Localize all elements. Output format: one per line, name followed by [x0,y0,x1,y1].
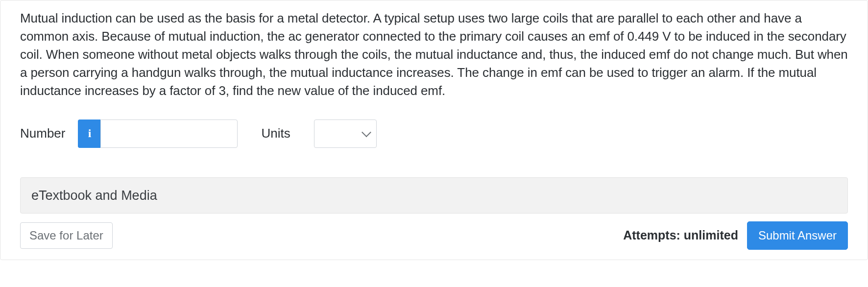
etextbook-panel[interactable]: eTextbook and Media [20,177,848,214]
number-input[interactable] [100,120,238,148]
save-for-later-button[interactable]: Save for Later [20,222,113,249]
footer-row: Save for Later Attempts: unlimited Submi… [20,221,848,250]
units-label: Units [261,124,290,143]
question-container: Mutual induction can be used as the basi… [0,0,868,260]
footer-right: Attempts: unlimited Submit Answer [623,221,848,250]
answer-row: Number i Units [20,120,848,148]
question-text: Mutual induction can be used as the basi… [20,9,848,100]
units-select-wrap [314,120,377,148]
submit-answer-button[interactable]: Submit Answer [747,221,848,250]
units-select[interactable] [314,120,377,148]
number-label: Number [20,124,65,143]
info-icon[interactable]: i [78,120,100,148]
attempts-label: Attempts: unlimited [623,226,738,245]
